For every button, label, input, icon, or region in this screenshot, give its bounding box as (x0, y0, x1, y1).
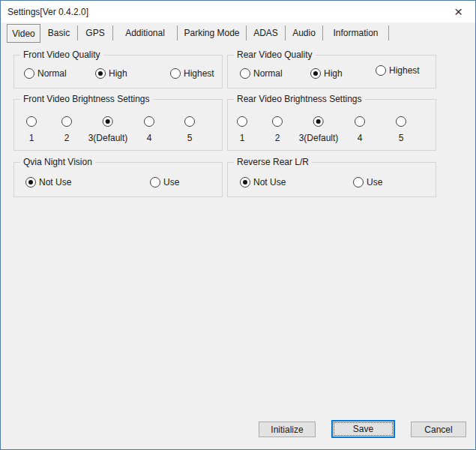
radio-icon (237, 116, 247, 127)
radio-label: 2 (64, 133, 70, 143)
radio-label: Use (163, 177, 179, 188)
radio-label: Not Use (253, 177, 286, 188)
radio-rear-brightness-3[interactable]: 3(Default) (299, 116, 339, 143)
radio-icon (103, 116, 113, 127)
radio-icon (95, 68, 106, 79)
radio-icon (396, 116, 406, 127)
radio-icon (313, 116, 324, 127)
group-title: Rear Video Quality (234, 50, 316, 61)
radio-label: 1 (29, 133, 34, 143)
radio-label: 1 (240, 133, 245, 143)
radio-rear-quality-highest[interactable]: Highest (376, 65, 420, 76)
initialize-button[interactable]: Initialize (259, 422, 316, 437)
radio-front-brightness-4[interactable]: 4 (144, 116, 154, 143)
radio-icon (150, 177, 160, 188)
radio-label: Highest (389, 65, 420, 76)
radio-label: 3(Default) (88, 133, 128, 143)
radio-label: High (324, 68, 343, 79)
tab-basic[interactable]: Basic (40, 26, 78, 40)
radio-label: Use (367, 177, 382, 188)
radio-rear-brightness-4[interactable]: 4 (355, 116, 365, 143)
radio-rear-quality-normal[interactable]: Normal (240, 68, 283, 79)
tab-information[interactable]: Information (323, 26, 389, 40)
radio-night-vision-use[interactable]: Use (150, 177, 179, 188)
radio-icon (26, 116, 37, 127)
group-front-video-brightness: Front Video Brightness Settings 1 2 3(De… (13, 99, 223, 151)
save-button[interactable]: Save (331, 420, 395, 438)
group-rear-video-quality: Rear Video Quality Normal High Highest (227, 55, 436, 88)
tab-bar: Video Basic GPS Additional Parking Mode … (7, 23, 389, 43)
radio-rear-brightness-5[interactable]: 5 (396, 116, 406, 143)
radio-icon (376, 65, 386, 76)
radio-icon (240, 177, 250, 188)
radio-night-vision-not-use[interactable]: Not Use (25, 177, 71, 188)
radio-rear-brightness-2[interactable]: 2 (272, 116, 283, 143)
radio-rear-brightness-1[interactable]: 1 (237, 116, 247, 143)
radio-icon (184, 116, 195, 127)
radio-label: Normal (37, 68, 67, 79)
radio-label: 5 (187, 133, 193, 143)
tab-additional[interactable]: Additional (113, 26, 178, 40)
cancel-button[interactable]: Cancel (411, 422, 466, 437)
radio-icon (310, 68, 321, 79)
settings-window: Settings[Ver 0.4.2.0] × Video Basic GPS … (0, 0, 476, 450)
radio-front-quality-high[interactable]: High (95, 68, 127, 79)
tab-audio[interactable]: Audio (286, 26, 323, 40)
radio-rear-quality-high[interactable]: High (310, 68, 343, 79)
group-front-video-quality: Front Video Quality Normal High Highest (13, 55, 223, 88)
group-rear-video-brightness: Rear Video Brightness Settings 1 2 3(Def… (227, 99, 436, 151)
radio-label: Highest (184, 68, 214, 79)
group-title: Front Video Brightness Settings (20, 94, 153, 105)
radio-front-brightness-1[interactable]: 1 (26, 116, 37, 143)
radio-front-brightness-5[interactable]: 5 (184, 116, 195, 143)
radio-icon (25, 177, 36, 188)
radio-front-quality-normal[interactable]: Normal (24, 68, 67, 79)
group-title: Rear Video Brightness Settings (234, 94, 365, 105)
radio-front-brightness-2[interactable]: 2 (61, 116, 72, 143)
radio-icon (24, 68, 34, 79)
radio-icon (272, 116, 283, 127)
close-button[interactable]: × (442, 1, 475, 22)
radio-front-brightness-3[interactable]: 3(Default) (88, 116, 128, 143)
radio-label: 5 (399, 133, 404, 143)
radio-label: 3(Default) (299, 133, 339, 143)
group-reverse-rear-lr: Reverse Rear L/R Not Use Use (227, 162, 436, 197)
radio-front-quality-highest[interactable]: Highest (170, 68, 214, 79)
group-title: Qvia Night Vision (20, 157, 95, 168)
group-title: Front Video Quality (20, 50, 103, 61)
tab-parking-mode[interactable]: Parking Mode (178, 26, 247, 40)
radio-reverse-rear-use[interactable]: Use (353, 177, 382, 188)
radio-label: 2 (275, 133, 280, 143)
radio-label: Normal (253, 68, 283, 79)
tab-gps[interactable]: GPS (78, 26, 113, 40)
titlebar: Settings[Ver 0.4.2.0] × (1, 1, 475, 22)
tab-video[interactable]: Video (7, 24, 40, 43)
radio-icon (144, 116, 154, 127)
group-qvia-night-vision: Qvia Night Vision Not Use Use (13, 162, 223, 197)
radio-icon (170, 68, 181, 79)
radio-label: High (109, 68, 127, 79)
radio-label: 4 (358, 133, 363, 143)
radio-icon (240, 68, 250, 79)
radio-icon (61, 116, 72, 127)
radio-reverse-rear-not-use[interactable]: Not Use (240, 177, 286, 188)
group-title: Reverse Rear L/R (234, 157, 312, 168)
radio-label: Not Use (39, 177, 71, 188)
radio-label: 4 (147, 133, 152, 143)
close-icon: × (454, 4, 463, 19)
radio-icon (355, 116, 365, 127)
tab-adas[interactable]: ADAS (247, 26, 286, 40)
window-title: Settings[Ver 0.4.2.0] (1, 7, 88, 17)
radio-icon (353, 177, 364, 188)
